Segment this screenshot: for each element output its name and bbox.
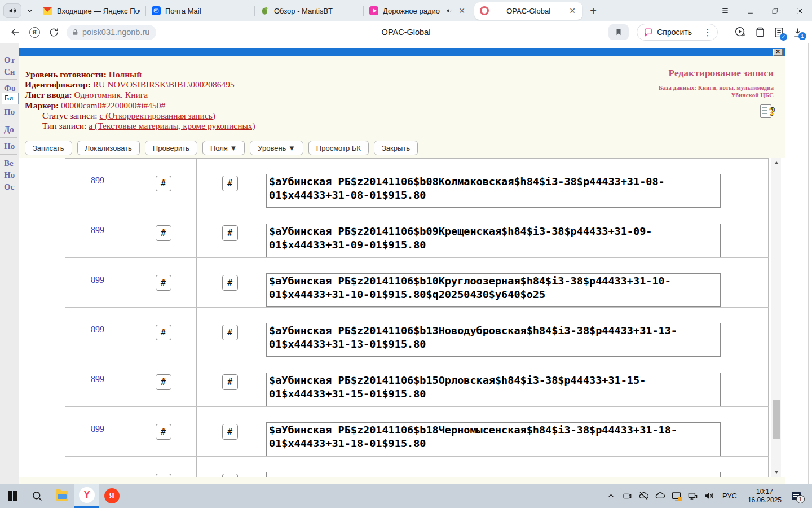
indicator1-input[interactable]: # <box>156 225 171 241</box>
view-bk-button[interactable]: Просмотр БК <box>308 141 369 155</box>
tab-yandex-mail[interactable]: Входящие — Яндекс Почт <box>37 0 145 21</box>
tab-mail-ru[interactable]: Почта Mail <box>146 0 254 21</box>
field-tag-link[interactable]: 899 <box>91 225 104 257</box>
fields-dropdown-button[interactable]: Поля ▼ <box>202 141 245 155</box>
search-button[interactable] <box>25 484 50 508</box>
subfield-value-input[interactable]: $aУбинская РБ$z20141106$b10Круглоозерная… <box>266 273 721 307</box>
yandex-home-button[interactable]: Я <box>25 24 44 41</box>
sidebar-select[interactable]: Би <box>2 93 19 104</box>
collections-button[interactable] <box>754 27 766 38</box>
indicator1-input[interactable]: # <box>156 374 171 390</box>
clock[interactable]: 10:17 16.06.2025 <box>743 488 786 505</box>
record-status-link[interactable]: с (Откорректированная запись) <box>99 111 215 120</box>
tab-close-icon[interactable]: ✕ <box>457 6 466 15</box>
record-header: Уровень готовности: Полный Идентификатор… <box>25 69 255 131</box>
sidebar-fragment[interactable]: До <box>4 125 14 134</box>
refresh-button[interactable] <box>44 24 63 41</box>
field-tag-link[interactable]: 899 <box>91 374 104 406</box>
panel-close-button[interactable]: ✕ <box>773 49 783 56</box>
sidebar-fragment[interactable]: Ос <box>4 182 14 192</box>
subfield-value-input[interactable]: $aУбинская РБ$z20141106$b15Орловская$h84… <box>266 373 721 406</box>
show-desktop-button[interactable] <box>806 484 809 508</box>
field-tag-link[interactable]: 899 <box>91 325 104 357</box>
tab-list-chevron-button[interactable] <box>23 3 37 18</box>
indicator2-input[interactable]: # <box>222 424 238 440</box>
yandex-app-button[interactable]: Я <box>99 484 124 508</box>
indicator1-input[interactable]: # <box>156 275 171 291</box>
indicator2-input[interactable]: # <box>222 325 238 340</box>
ask-ai-button[interactable]: Спросить ⋮ <box>637 24 718 41</box>
address-bar: OPAC-Global Я poisk031.ngonb.ru Спросить… <box>0 21 812 43</box>
subfield-value-input[interactable]: $aУбинская РБ$z20141106$b18Черномысенска… <box>266 422 721 456</box>
localize-button[interactable]: Локализовать <box>77 141 140 155</box>
indicator1-input[interactable]: # <box>156 424 171 440</box>
level-dropdown-button[interactable]: Уровень ▼ <box>250 141 303 155</box>
cloud-tray-icon[interactable] <box>653 484 667 508</box>
indicator2-cell: # <box>197 357 263 406</box>
close-button[interactable]: Закрыть <box>374 141 418 155</box>
help-icon[interactable] <box>760 104 771 118</box>
notification-center-button[interactable]: 1 <box>788 484 804 508</box>
lock-icon <box>72 29 79 36</box>
field-tag-link[interactable]: 899 <box>91 275 104 307</box>
translate-page-button[interactable]: ✓ <box>774 27 784 38</box>
scrollbar-thumb[interactable] <box>773 400 780 439</box>
sidebar-fragment[interactable]: Фо <box>4 84 15 93</box>
tab-radio[interactable]: Дорожное радио Н ✕ <box>364 0 472 21</box>
keyboard-language[interactable]: РУС <box>718 492 741 500</box>
global-mute-button[interactable] <box>3 3 21 18</box>
ask-more-icon[interactable]: ⋮ <box>700 27 715 38</box>
indicator2-input[interactable]: # <box>222 275 238 291</box>
subfield-value-input[interactable] <box>266 472 721 477</box>
cloud-off-tray-icon[interactable] <box>637 484 651 508</box>
sidebar-fragment[interactable]: Но <box>4 170 15 180</box>
yandex-browser-taskbar-button[interactable]: Y <box>74 484 99 508</box>
indicator1-input[interactable]: # <box>156 325 171 340</box>
sidebar-fragment[interactable]: По <box>4 107 15 117</box>
sidebar-fragment[interactable]: От <box>4 55 15 65</box>
check-button[interactable]: Проверить <box>145 141 197 155</box>
field-tag-link[interactable]: 899 <box>91 424 104 456</box>
new-tab-button[interactable]: + <box>585 2 602 19</box>
bookmark-button[interactable] <box>608 24 629 40</box>
indicator1-input[interactable]: # <box>156 474 171 477</box>
tab-mantisbt[interactable]: Обзор - MantisBT <box>255 0 363 21</box>
indicator2-cell: # <box>197 457 263 477</box>
restore-button[interactable] <box>762 0 787 21</box>
subfield-value-input[interactable]: $aУбинская РБ$z20141106$b08Колмаковская$… <box>266 174 721 208</box>
downloads-button[interactable]: 1 <box>792 27 803 38</box>
tray-expand-button[interactable] <box>604 484 618 508</box>
indicator2-input[interactable]: # <box>222 225 238 241</box>
minimize-button[interactable] <box>738 0 762 21</box>
field-tag-link[interactable]: 899 <box>91 176 104 208</box>
tab-opac-global[interactable]: OPAC-Global ✕ <box>474 2 582 20</box>
camera-tray-icon[interactable] <box>620 484 634 508</box>
listen-page-button[interactable] <box>734 26 747 38</box>
close-window-button[interactable] <box>787 0 812 21</box>
indicator1-input[interactable]: # <box>156 176 171 191</box>
tab-audio-icon[interactable] <box>446 7 453 14</box>
file-explorer-button[interactable] <box>50 484 74 508</box>
sidebar-fragment[interactable]: Ве <box>4 159 14 168</box>
start-button[interactable] <box>0 484 25 508</box>
sidebar-fragment[interactable]: Сн <box>4 67 15 77</box>
display-sync-tray-icon[interactable] <box>669 484 683 508</box>
indicator2-input[interactable]: # <box>222 474 238 477</box>
url-field[interactable]: poisk031.ngonb.ru <box>67 25 156 40</box>
subfield-value-input[interactable]: $aУбинская РБ$z20141106$b09Крещенская$h8… <box>266 224 721 257</box>
save-button[interactable]: Записать <box>25 141 72 155</box>
scroll-down-button[interactable] <box>771 467 781 477</box>
volume-tray-icon[interactable] <box>702 484 716 508</box>
vertical-scrollbar[interactable] <box>771 158 781 477</box>
subfield-value-input[interactable]: $aУбинская РБ$z20141106$b13Новодубровска… <box>266 323 721 357</box>
scroll-up-button[interactable] <box>771 158 781 168</box>
tab-close-icon[interactable]: ✕ <box>568 6 577 15</box>
opac-favicon <box>480 6 489 15</box>
browser-menu-button[interactable] <box>713 0 738 21</box>
record-type-link[interactable]: а (Текстовые материалы, кроме рукописных… <box>89 121 255 130</box>
indicator2-input[interactable]: # <box>222 176 238 191</box>
indicator2-input[interactable]: # <box>222 374 238 390</box>
back-button[interactable] <box>6 24 25 41</box>
sidebar-fragment[interactable]: Но <box>4 142 15 151</box>
network-tray-icon[interactable] <box>686 484 700 508</box>
